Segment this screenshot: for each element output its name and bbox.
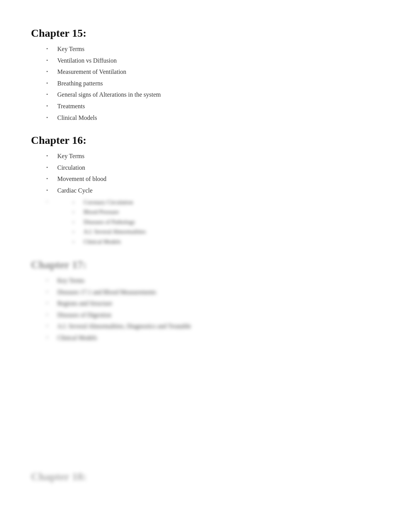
bullet-icon: ▪ xyxy=(46,333,54,341)
item-text: Movement of blood xyxy=(57,174,106,184)
bullet-icon: ▪ xyxy=(73,218,80,225)
bullet-icon: ▪ xyxy=(46,101,54,109)
blurred-list-item: ▪ Key Terms xyxy=(46,276,380,286)
item-text: Blood Pressure xyxy=(84,208,119,217)
chapter16-section: Chapter 16: ▪ Key Terms ▪ Circulation ▪ … xyxy=(31,134,380,247)
chapter17-section: Chapter 17: ▪ Key Terms ▪ Diseases 17.1 … xyxy=(31,259,380,343)
item-text: Circulation xyxy=(57,163,85,173)
item-text: Measurement of Ventilation xyxy=(57,67,126,77)
list-item: ▪ Key Terms xyxy=(46,151,380,161)
blurred-sub-item: ▪ Blood Pressure xyxy=(73,208,146,217)
bullet-icon: ▪ xyxy=(46,310,54,318)
item-text: Diseases 17.1 and Blood Measurements xyxy=(57,287,156,297)
item-text: Coronary Circulation xyxy=(84,198,133,207)
bullet-icon: ▪ xyxy=(46,113,54,121)
chapter17-list: ▪ Key Terms ▪ Diseases 17.1 and Blood Me… xyxy=(31,276,380,343)
blurred-sub-item: ▪ Clinical Models xyxy=(73,237,146,246)
chapter17-title: Chapter 17: xyxy=(31,259,380,271)
bullet-icon: ▪ xyxy=(46,163,54,171)
bullet-icon: ▪ xyxy=(46,174,54,182)
list-item-blurred-parent: ▪ ▪ Coronary Circulation ▪ Blood Pressur… xyxy=(46,197,380,247)
item-text: Diseases of Digestion xyxy=(57,310,111,320)
bullet-icon: ▪ xyxy=(46,151,54,159)
item-text: Key Terms xyxy=(57,151,84,161)
item-text: Clinical Models xyxy=(57,333,97,343)
item-text: Diseases of Pathology xyxy=(84,218,135,227)
item-text: Clinical Models xyxy=(84,237,121,246)
list-item: ▪ Breathing patterns xyxy=(46,78,380,89)
bullet-icon: ▪ xyxy=(73,227,80,235)
list-item: ▪ Clinical Models xyxy=(46,113,380,123)
item-text: A.I. Several Abnormalities, Diagnostics … xyxy=(57,321,191,331)
list-item: ▪ Measurement of Ventilation xyxy=(46,67,380,77)
blurred-list-item: ▪ Diseases of Digestion xyxy=(46,310,380,320)
blurred-list-item: ▪ Clinical Models xyxy=(46,333,380,343)
bullet-icon: ▪ xyxy=(46,321,54,329)
item-text: General signs of Alterations in the syst… xyxy=(57,90,161,100)
bullet-icon: ▪ xyxy=(46,44,54,52)
blurred-list-item: ▪ A.I. Several Abnormalities, Diagnostic… xyxy=(46,321,380,331)
chapter15-section: Chapter 15: ▪ Key Terms ▪ Ventilation vs… xyxy=(31,27,380,123)
list-item: ▪ Ventilation vs Diffusion xyxy=(46,56,380,66)
item-text: A.I. Several Abnormalities xyxy=(84,227,146,236)
bullet-icon: ▪ xyxy=(46,56,54,63)
item-text: Ventilation vs Diffusion xyxy=(57,56,116,66)
blurred-list-item: ▪ Diseases 17.1 and Blood Measurements xyxy=(46,287,380,297)
list-item: ▪ Movement of blood xyxy=(46,174,380,184)
list-item: ▪ General signs of Alterations in the sy… xyxy=(46,90,380,100)
item-text: Key Terms xyxy=(57,276,84,286)
list-item: ▪ Key Terms xyxy=(46,44,380,54)
item-text: Regions and Structure xyxy=(57,298,112,309)
bullet-icon: ▪ xyxy=(46,276,54,283)
bullet-icon: ▪ xyxy=(46,197,54,205)
chapter15-list: ▪ Key Terms ▪ Ventilation vs Diffusion ▪… xyxy=(31,44,380,123)
chapter15-title: Chapter 15: xyxy=(31,27,380,39)
item-text: Breathing patterns xyxy=(57,78,103,89)
item-text: Clinical Models xyxy=(57,113,97,123)
chapter16-list: ▪ Key Terms ▪ Circulation ▪ Movement of … xyxy=(31,151,380,247)
bullet-icon: ▪ xyxy=(73,208,80,215)
blurred-sub-item: ▪ Diseases of Pathology xyxy=(73,218,146,227)
bullet-icon: ▪ xyxy=(73,198,80,205)
bottom-chapter-title: Chapter 18: xyxy=(31,471,380,483)
blurred-sublist: ▪ Coronary Circulation ▪ Blood Pressure … xyxy=(57,198,146,247)
blurred-sub-item: ▪ A.I. Several Abnormalities xyxy=(73,227,146,236)
bullet-icon: ▪ xyxy=(46,298,54,306)
bullet-icon: ▪ xyxy=(46,78,54,86)
item-text: Cardiac Cycle xyxy=(57,186,92,196)
bullet-icon: ▪ xyxy=(73,237,80,245)
bullet-icon: ▪ xyxy=(46,67,54,75)
bullet-icon: ▪ xyxy=(46,186,54,193)
item-text: Key Terms xyxy=(57,44,84,54)
chapter16-title: Chapter 16: xyxy=(31,134,380,147)
list-item: ▪ Circulation xyxy=(46,163,380,173)
list-item: ▪ Treatments xyxy=(46,101,380,111)
blurred-sub-item: ▪ Coronary Circulation xyxy=(73,198,146,207)
blurred-list-item: ▪ Regions and Structure xyxy=(46,298,380,309)
bullet-icon: ▪ xyxy=(46,287,54,295)
bullet-icon: ▪ xyxy=(46,90,54,97)
list-item: ▪ Cardiac Cycle xyxy=(46,186,380,196)
whitespace-area xyxy=(31,355,380,455)
item-text: Treatments xyxy=(57,101,85,111)
